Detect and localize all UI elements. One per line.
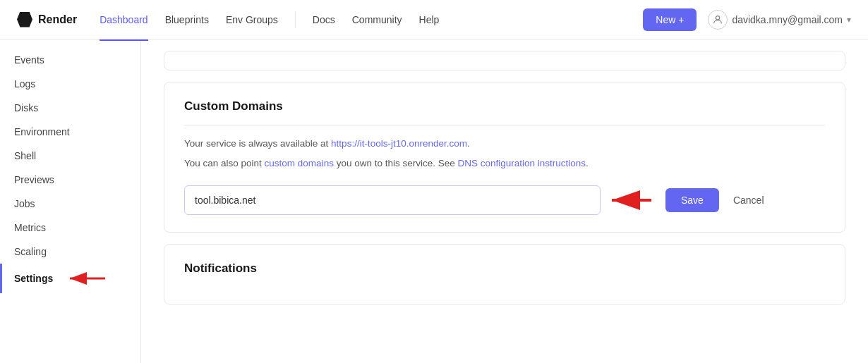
- sidebar-item-environment[interactable]: Environment: [0, 120, 140, 144]
- sidebar-item-jobs[interactable]: Jobs: [0, 192, 140, 216]
- nav-dashboard[interactable]: Dashboard: [100, 11, 148, 28]
- nav-divider: [295, 11, 296, 28]
- notifications-title: Notifications: [184, 262, 825, 276]
- nav-main: Dashboard Blueprints Env Groups Docs Com…: [100, 11, 620, 28]
- sidebar-item-disks[interactable]: Disks: [0, 96, 140, 120]
- save-button[interactable]: Save: [665, 188, 719, 212]
- domain-input-row: Save Cancel: [184, 185, 825, 215]
- sidebar-item-settings[interactable]: Settings: [0, 264, 140, 293]
- service-url-link[interactable]: https://it-tools-jt10.onrender.com: [331, 138, 467, 149]
- sidebar-item-shell[interactable]: Shell: [0, 144, 140, 168]
- custom-domains-link[interactable]: custom domains: [265, 158, 334, 168]
- custom-domains-card: Custom Domains Your service is always av…: [164, 82, 845, 233]
- new-button[interactable]: New +: [643, 8, 697, 31]
- domain-input[interactable]: [184, 185, 601, 215]
- sidebar-item-metrics[interactable]: Metrics: [0, 216, 140, 240]
- cancel-button[interactable]: Cancel: [728, 188, 770, 212]
- logo-icon: [17, 12, 32, 27]
- section-divider-1: [184, 125, 825, 125]
- domain-arrow-icon: [603, 190, 654, 210]
- top-partial-card: [164, 51, 845, 70]
- settings-arrow-icon: [63, 270, 107, 287]
- custom-domains-desc2: You can also point custom domains you ow…: [184, 156, 825, 171]
- sidebar-item-previews[interactable]: Previews: [0, 168, 140, 192]
- nav-blueprints[interactable]: Blueprints: [165, 11, 209, 28]
- user-area[interactable]: davidka.mny@gmail.com ▾: [708, 10, 851, 30]
- logo[interactable]: Render: [17, 12, 77, 27]
- nav-community[interactable]: Community: [352, 11, 402, 28]
- custom-domains-title: Custom Domains: [184, 99, 825, 113]
- sidebar-item-scaling[interactable]: Scaling: [0, 240, 140, 264]
- sidebar-item-events[interactable]: Events: [0, 48, 140, 72]
- logo-text: Render: [38, 13, 77, 26]
- nav-right: New + davidka.mny@gmail.com ▾: [643, 8, 851, 31]
- sidebar: Events Logs Disks Environment Shell Prev…: [0, 39, 141, 363]
- custom-domains-desc1: Your service is always available at http…: [184, 137, 825, 151]
- dns-config-link[interactable]: DNS configuration instructions: [457, 158, 586, 168]
- sidebar-item-logs[interactable]: Logs: [0, 72, 140, 96]
- chevron-down-icon: ▾: [847, 15, 851, 25]
- notifications-card: Notifications: [164, 244, 845, 304]
- nav-env-groups[interactable]: Env Groups: [226, 11, 278, 28]
- user-icon: [708, 10, 728, 30]
- user-email: davidka.mny@gmail.com: [732, 14, 843, 25]
- nav-help[interactable]: Help: [419, 11, 440, 28]
- main-content: Custom Domains Your service is always av…: [141, 39, 868, 363]
- main-layout: Events Logs Disks Environment Shell Prev…: [0, 39, 868, 363]
- svg-point-0: [716, 16, 720, 19]
- top-navigation: Render Dashboard Blueprints Env Groups D…: [0, 0, 868, 39]
- nav-docs[interactable]: Docs: [313, 11, 335, 28]
